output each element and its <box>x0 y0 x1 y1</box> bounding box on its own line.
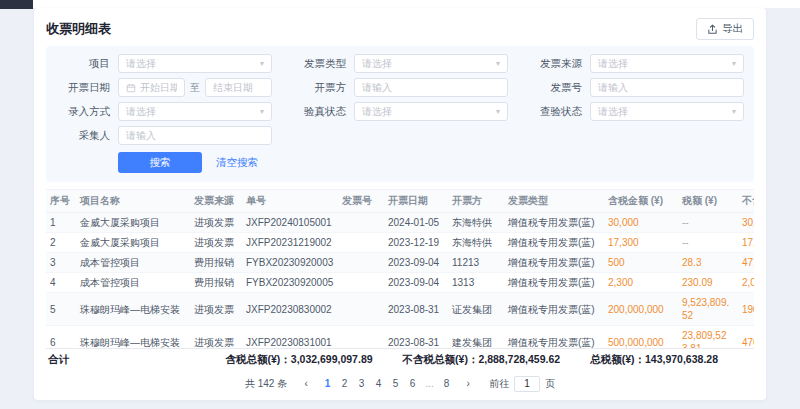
chevron-down-icon: ▾ <box>496 107 500 116</box>
column-header: 开票方 <box>448 190 504 213</box>
table-cell: 17,300 <box>604 233 678 253</box>
invoice-type-select[interactable]: 请选择 ▾ <box>354 54 508 73</box>
table-cell: JXFP20240105001 <box>242 213 338 233</box>
table-cell: 进项发票 <box>190 213 242 233</box>
page-button[interactable]: 2 <box>336 375 353 392</box>
invoice-no-input[interactable] <box>590 78 744 97</box>
chevron-down-icon: ▾ <box>260 59 264 68</box>
chevron-down-icon: ▾ <box>732 107 736 116</box>
export-button[interactable]: 导出 <box>696 18 754 40</box>
table-cell: 珠穆朗玛峰—电梯安装 <box>76 326 190 349</box>
page-button[interactable]: 6 <box>404 375 421 392</box>
check-status-select[interactable]: 请选择 ▾ <box>590 102 744 121</box>
table-row[interactable]: 6珠穆朗玛峰—电梯安装进项发票JXFP202308310012023-08-31… <box>46 326 754 349</box>
end-date-placeholder: 结束日期 <box>213 81 253 95</box>
invoice-table-container[interactable]: 序号项目名称发票来源单号发票号开票日期开票方发票类型含税金额 (¥)税额 (¥)… <box>46 189 754 348</box>
project-field: 项目 请选择 ▾ <box>56 54 272 73</box>
table-row[interactable]: 2金威大厦采购项目进项发票JXFP202312190022023-12-19东海… <box>46 233 754 253</box>
table-row[interactable]: 4成本管控项目费用报销FYBX202309200052023-09-041313… <box>46 273 754 293</box>
table-cell: 成本管控项目 <box>76 253 190 273</box>
prev-page-button[interactable]: ‹ <box>298 375 314 392</box>
entry-method-field: 录入方式 请选择 ▾ <box>56 102 272 121</box>
table-cell: 增值税专用发票(蓝) <box>504 273 604 293</box>
table-header-row: 序号项目名称发票来源单号发票号开票日期开票方发票类型含税金额 (¥)税额 (¥)… <box>46 190 754 213</box>
table-cell: 500,000,000 <box>604 326 678 349</box>
table-cell: 9,523,809.52 <box>678 293 738 326</box>
verify-status-placeholder: 请选择 <box>362 105 392 119</box>
table-cell: 费用报销 <box>190 273 242 293</box>
table-cell <box>338 253 384 273</box>
table-cell: 证发集团 <box>448 293 504 326</box>
table-row[interactable]: 5珠穆朗玛峰—电梯安装进项发票JXFP202308300022023-08-31… <box>46 293 754 326</box>
table-cell: 2023-08-31 <box>384 326 448 349</box>
table-cell: 进项发票 <box>190 326 242 349</box>
start-date-input[interactable]: 开始日期 <box>118 78 185 97</box>
page-button[interactable]: 1 <box>319 375 336 392</box>
table-row[interactable]: 1金威大厦采购项目进项发票JXFP202401050012024-01-05东海… <box>46 213 754 233</box>
page-title: 收票明细表 <box>46 20 111 38</box>
table-cell: 2,069.91 <box>738 273 754 293</box>
table-cell: 进项发票 <box>190 233 242 253</box>
table-cell: 2023-08-31 <box>384 293 448 326</box>
project-select[interactable]: 请选择 ▾ <box>118 54 272 73</box>
table-cell: 1 <box>46 213 76 233</box>
table-cell: 30,000 <box>738 213 754 233</box>
verify-status-label: 验真状态 <box>292 105 346 119</box>
chevron-down-icon: ▾ <box>732 59 736 68</box>
collector-field: 采集人 <box>56 126 272 145</box>
page-jump-input[interactable] <box>514 376 540 392</box>
filter-actions: 搜索 清空搜索 <box>118 152 744 173</box>
page-button[interactable]: 8 <box>438 375 455 392</box>
search-button[interactable]: 搜索 <box>118 152 202 173</box>
column-header: 税额 (¥) <box>678 190 738 213</box>
summary-tax-total: 总税额(¥)：143,970,638.28 <box>590 353 718 367</box>
collector-input[interactable] <box>118 126 272 145</box>
table-cell: 建发集团 <box>448 326 504 349</box>
table-cell: JXFP20230830002 <box>242 293 338 326</box>
calendar-icon <box>126 83 136 93</box>
invoice-date-label: 开票日期 <box>56 81 110 95</box>
table-cell <box>338 273 384 293</box>
table-cell: FYBX20230920005 <box>242 273 338 293</box>
invoice-date-field: 开票日期 开始日期 至 结束日期 <box>56 78 272 97</box>
table-cell: JXFP20231219002 <box>242 233 338 253</box>
column-header: 发票号 <box>338 190 384 213</box>
column-header: 序号 <box>46 190 76 213</box>
clear-search-button[interactable]: 清空搜索 <box>216 156 258 170</box>
entry-method-select[interactable]: 请选择 ▾ <box>118 102 272 121</box>
page-list: 123456...8 <box>319 375 455 392</box>
table-cell: 进项发票 <box>190 293 242 326</box>
column-header: 发票类型 <box>504 190 604 213</box>
table-cell: 230.09 <box>678 273 738 293</box>
table-row[interactable]: 3成本管控项目费用报销FYBX202309200032023-09-041121… <box>46 253 754 273</box>
table-cell: 190,476,190.48 <box>738 293 754 326</box>
table-cell: 28.3 <box>678 253 738 273</box>
table-cell: 2,300 <box>604 273 678 293</box>
page-button[interactable]: 4 <box>370 375 387 392</box>
invoice-date-range: 开始日期 至 结束日期 <box>118 78 272 97</box>
table-cell: 2023-09-04 <box>384 273 448 293</box>
page-button[interactable]: 3 <box>353 375 370 392</box>
next-page-button[interactable]: › <box>460 375 476 392</box>
table-cell: -- <box>678 213 738 233</box>
table-cell: 金威大厦采购项目 <box>76 213 190 233</box>
column-header: 项目名称 <box>76 190 190 213</box>
end-date-input[interactable]: 结束日期 <box>205 78 272 97</box>
invoice-source-label: 发票来源 <box>528 57 582 71</box>
table-cell: 476,190,476.19 <box>738 326 754 349</box>
column-header: 不含税金额 (¥) <box>738 190 754 213</box>
table-cell: 1313 <box>448 273 504 293</box>
table-cell: 金威大厦采购项目 <box>76 233 190 253</box>
table-cell: 2 <box>46 233 76 253</box>
issuer-label: 开票方 <box>292 81 346 95</box>
invoice-source-select[interactable]: 请选择 ▾ <box>590 54 744 73</box>
table-cell: 东海特供 <box>448 233 504 253</box>
issuer-input[interactable] <box>354 78 508 97</box>
verify-status-select[interactable]: 请选择 ▾ <box>354 102 508 121</box>
page-button[interactable]: 5 <box>387 375 404 392</box>
table-cell: 3 <box>46 253 76 273</box>
table-cell: 11213 <box>448 253 504 273</box>
table-cell: 23,809,523.81 <box>678 326 738 349</box>
verify-status-field: 验真状态 请选择 ▾ <box>292 102 508 121</box>
table-cell: FYBX20230920003 <box>242 253 338 273</box>
